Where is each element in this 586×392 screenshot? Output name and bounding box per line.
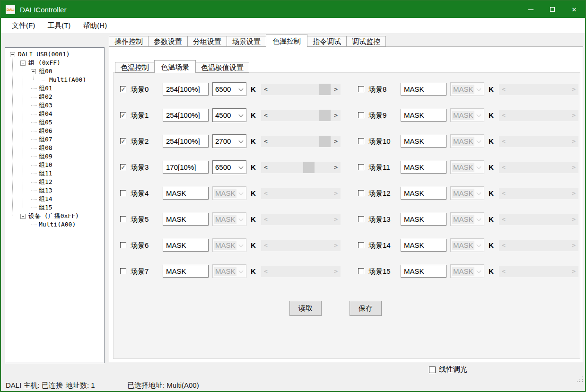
scene-slider[interactable]: < > xyxy=(261,188,341,199)
slider-left-arrow-icon[interactable]: < xyxy=(264,136,268,147)
scene-value-input[interactable]: MASK xyxy=(163,239,209,252)
scene-value-input[interactable]: MASK xyxy=(401,83,446,96)
tab-3[interactable]: 场景设置 xyxy=(227,36,266,47)
tree-item[interactable]: 组13 xyxy=(5,186,104,195)
scene-checkbox[interactable] xyxy=(358,216,364,222)
slider-left-arrow-icon[interactable]: < xyxy=(502,188,506,199)
slider-right-arrow-icon[interactable]: > xyxy=(572,214,576,225)
subtab-1[interactable]: 色温场景 xyxy=(154,60,196,73)
scene-slider[interactable]: < > xyxy=(499,162,578,173)
tree-item[interactable]: 组07 xyxy=(5,135,104,144)
scene-checkbox[interactable] xyxy=(358,138,364,144)
slider-left-arrow-icon[interactable]: < xyxy=(502,162,506,173)
scene-temp-dropdown[interactable]: MASK xyxy=(212,212,246,226)
scene-value-input[interactable]: MASK xyxy=(163,213,209,226)
slider-right-arrow-icon[interactable]: > xyxy=(572,162,576,173)
scene-slider[interactable]: < > xyxy=(261,162,341,173)
tree-item[interactable]: 组 (0xFF) xyxy=(5,59,104,67)
slider-right-arrow-icon[interactable]: > xyxy=(334,188,338,199)
scene-temp-dropdown[interactable]: MASK xyxy=(212,238,246,252)
tree-item[interactable]: 组10 xyxy=(5,161,104,169)
slider-left-arrow-icon[interactable]: < xyxy=(264,266,268,277)
read-button[interactable]: 读取 xyxy=(289,301,322,316)
tree-item[interactable]: 组15 xyxy=(5,203,104,212)
slider-left-arrow-icon[interactable]: < xyxy=(502,110,506,121)
scene-value-input[interactable]: MASK xyxy=(401,161,446,174)
slider-right-arrow-icon[interactable]: > xyxy=(334,214,338,225)
scene-temp-dropdown[interactable]: MASK xyxy=(212,264,246,278)
slider-right-arrow-icon[interactable]: > xyxy=(572,266,576,277)
tree-item[interactable]: Multi(A00) xyxy=(5,220,104,229)
scene-checkbox[interactable]: ✓ xyxy=(120,112,126,118)
slider-right-arrow-icon[interactable]: > xyxy=(334,136,338,147)
slider-left-arrow-icon[interactable]: < xyxy=(502,240,506,251)
scene-value-input[interactable]: MASK xyxy=(401,239,446,252)
slider-thumb[interactable] xyxy=(319,136,331,147)
slider-right-arrow-icon[interactable]: > xyxy=(334,162,338,173)
slider-right-arrow-icon[interactable]: > xyxy=(334,266,338,277)
tree-item[interactable]: 组05 xyxy=(5,118,104,127)
tab-0[interactable]: 操作控制 xyxy=(109,36,149,47)
scene-temp-dropdown[interactable]: MASK xyxy=(450,264,484,278)
slider-thumb[interactable] xyxy=(319,110,331,121)
tree-item[interactable]: 组12 xyxy=(5,178,104,186)
slider-left-arrow-icon[interactable]: < xyxy=(264,110,268,121)
menu-item[interactable]: 帮助(H) xyxy=(77,19,113,32)
slider-left-arrow-icon[interactable]: < xyxy=(264,214,268,225)
scene-temp-dropdown[interactable]: 6500 xyxy=(212,82,246,96)
slider-left-arrow-icon[interactable]: < xyxy=(502,136,506,147)
menu-item[interactable]: 文件(F) xyxy=(6,19,41,32)
resize-grip[interactable] xyxy=(582,381,583,382)
scene-temp-dropdown[interactable]: 6500 xyxy=(212,160,246,174)
scene-value-input[interactable]: MASK xyxy=(163,187,209,200)
scene-slider[interactable]: < > xyxy=(261,240,341,251)
scene-temp-dropdown[interactable]: MASK xyxy=(450,212,484,226)
scene-temp-dropdown[interactable]: MASK xyxy=(450,82,484,96)
slider-right-arrow-icon[interactable]: > xyxy=(572,84,576,95)
scene-value-input[interactable]: 254[100%] xyxy=(163,135,209,148)
scene-temp-dropdown[interactable]: MASK xyxy=(450,160,484,174)
tree-item[interactable]: 组00 xyxy=(5,67,104,76)
slider-right-arrow-icon[interactable]: > xyxy=(572,110,576,121)
scene-slider[interactable]: < > xyxy=(261,214,341,225)
scene-value-input[interactable]: MASK xyxy=(401,109,446,122)
close-button[interactable]: ✕ xyxy=(563,1,585,18)
slider-right-arrow-icon[interactable]: > xyxy=(572,136,576,147)
tree-item[interactable]: DALI USB(0001) xyxy=(5,50,104,59)
scene-temp-dropdown[interactable]: 4500 xyxy=(212,108,246,122)
scene-slider[interactable]: < > xyxy=(499,188,578,199)
scene-value-input[interactable]: MASK xyxy=(401,265,446,278)
slider-left-arrow-icon[interactable]: < xyxy=(264,84,268,95)
scene-value-input[interactable]: MASK xyxy=(163,265,209,278)
scene-slider[interactable]: < > xyxy=(499,136,578,147)
scene-slider[interactable]: < > xyxy=(499,266,578,277)
scene-checkbox[interactable]: ✓ xyxy=(120,138,126,144)
tree-item[interactable]: 组11 xyxy=(5,169,104,178)
tree-item[interactable]: 设备 (广播0xFF) xyxy=(5,212,104,220)
scene-checkbox[interactable] xyxy=(358,268,364,274)
scene-slider[interactable]: < > xyxy=(261,110,341,121)
scene-value-input[interactable]: MASK xyxy=(401,135,446,148)
scene-temp-dropdown[interactable]: MASK xyxy=(450,186,484,200)
slider-left-arrow-icon[interactable]: < xyxy=(264,188,268,199)
scene-checkbox[interactable] xyxy=(120,216,126,222)
tab-4[interactable]: 色温控制 xyxy=(266,34,307,47)
scene-value-input[interactable]: MASK xyxy=(401,213,446,226)
tree-item[interactable]: 组01 xyxy=(5,84,104,93)
scene-checkbox[interactable] xyxy=(120,242,126,248)
scene-checkbox[interactable]: ✓ xyxy=(120,86,126,92)
slider-left-arrow-icon[interactable]: < xyxy=(264,162,268,173)
tree-item[interactable]: 组04 xyxy=(5,110,104,118)
slider-thumb[interactable] xyxy=(303,162,315,173)
scene-value-input[interactable]: MASK xyxy=(401,187,446,200)
scene-slider[interactable]: < > xyxy=(499,240,578,251)
scene-slider[interactable]: < > xyxy=(261,84,341,95)
scene-temp-dropdown[interactable]: 2700 xyxy=(212,134,246,148)
scene-temp-dropdown[interactable]: MASK xyxy=(212,186,246,200)
slider-left-arrow-icon[interactable]: < xyxy=(502,84,506,95)
scene-slider[interactable]: < > xyxy=(261,136,341,147)
scene-slider[interactable]: < > xyxy=(499,214,578,225)
slider-right-arrow-icon[interactable]: > xyxy=(334,240,338,251)
scene-slider[interactable]: < > xyxy=(499,84,578,95)
tab-1[interactable]: 参数设置 xyxy=(148,36,188,47)
